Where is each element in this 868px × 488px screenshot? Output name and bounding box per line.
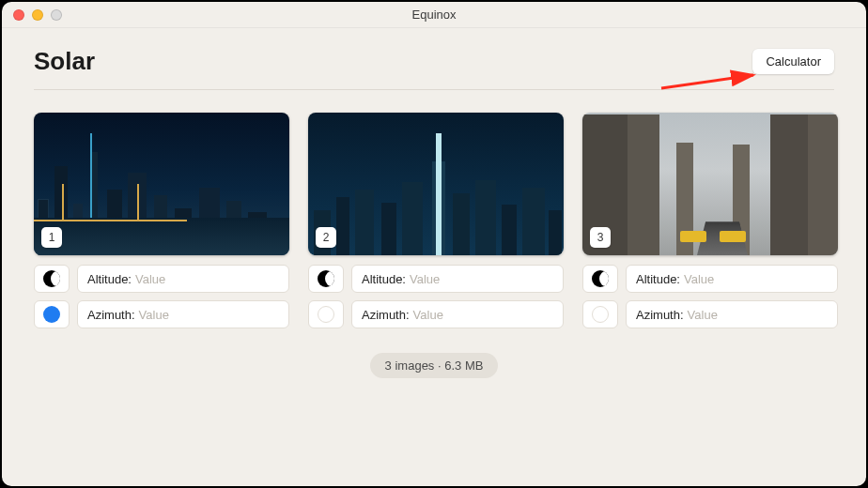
azimuth-input[interactable]: Azimuth: Value: [351, 300, 564, 328]
appearance-toggle[interactable]: [582, 265, 618, 293]
page-title: Solar: [34, 47, 95, 76]
titlebar: Equinox: [2, 2, 866, 28]
azimuth-label: Azimuth:: [636, 308, 684, 322]
appearance-toggle[interactable]: [34, 265, 70, 293]
moon-icon: [318, 270, 334, 287]
altitude-label: Altitude:: [636, 272, 680, 286]
window-title: Equinox: [2, 8, 866, 22]
cards-row: 1 Altitude: Value: [34, 113, 834, 328]
altitude-input[interactable]: Altitude: Value: [77, 265, 289, 293]
index-badge: 1: [41, 227, 62, 248]
moon-icon: [43, 270, 60, 287]
primary-indicator-icon: [592, 306, 609, 323]
image-card: 2 Altitude: Value: [308, 113, 564, 328]
altitude-label: Altitude:: [87, 272, 132, 286]
image-card: 1 Altitude: Value: [34, 113, 289, 328]
altitude-label: Altitude:: [362, 272, 406, 286]
image-thumbnail[interactable]: 2: [308, 113, 564, 255]
content-area: Solar Calculator: [2, 28, 866, 378]
primary-toggle[interactable]: [308, 300, 344, 328]
primary-toggle[interactable]: [582, 300, 618, 328]
primary-indicator-icon: [318, 306, 334, 323]
primary-toggle[interactable]: [34, 300, 70, 328]
calculator-button[interactable]: Calculator: [752, 49, 834, 74]
altitude-value: Value: [135, 272, 165, 286]
azimuth-label: Azimuth:: [362, 308, 410, 322]
azimuth-input[interactable]: Azimuth: Value: [626, 300, 838, 328]
image-card: 3 Altitude: Value: [582, 113, 838, 328]
image-thumbnail[interactable]: 1: [34, 113, 289, 255]
altitude-input[interactable]: Altitude: Value: [351, 265, 564, 293]
appearance-toggle[interactable]: [308, 265, 344, 293]
traffic-lights: [13, 9, 62, 21]
status-badge: 3 images · 6.3 MB: [370, 353, 499, 378]
header-row: Solar Calculator: [34, 47, 834, 90]
image-thumbnail[interactable]: 3: [582, 113, 838, 255]
minimize-icon[interactable]: [32, 9, 43, 21]
altitude-value: Value: [410, 272, 440, 286]
primary-indicator-icon: [43, 306, 60, 323]
index-badge: 2: [316, 227, 336, 248]
azimuth-label: Azimuth:: [87, 308, 135, 322]
altitude-value: Value: [684, 272, 714, 286]
index-badge: 3: [590, 227, 611, 248]
azimuth-value: Value: [688, 308, 718, 322]
azimuth-input[interactable]: Azimuth: Value: [77, 300, 289, 328]
close-icon[interactable]: [13, 9, 24, 21]
altitude-input[interactable]: Altitude: Value: [626, 265, 838, 293]
azimuth-value: Value: [139, 308, 169, 322]
app-window: Equinox Solar Calculator: [2, 2, 866, 486]
moon-icon: [592, 270, 609, 287]
azimuth-value: Value: [413, 308, 443, 322]
maximize-icon[interactable]: [51, 9, 62, 21]
